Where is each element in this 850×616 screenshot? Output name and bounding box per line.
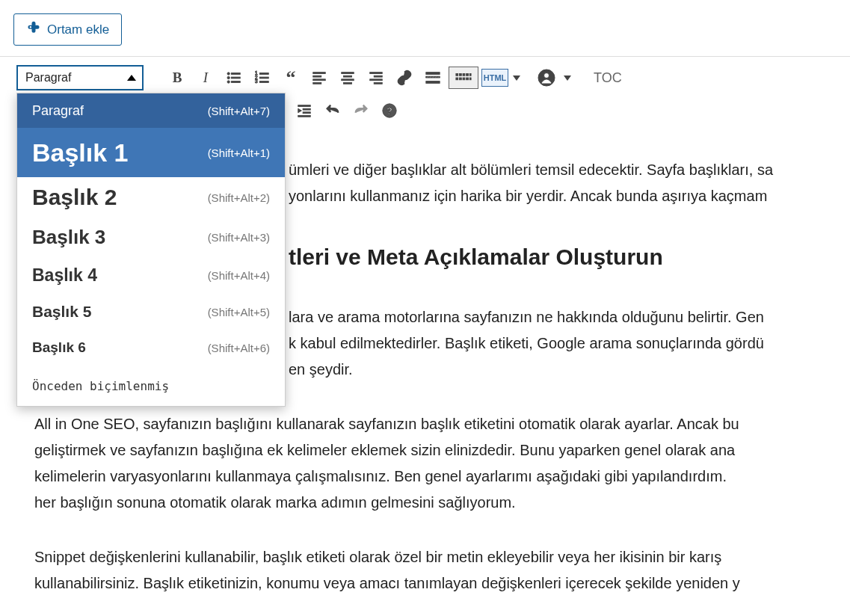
- format-menu-item-h4[interactable]: Başlık 4(Shift+Alt+4): [17, 256, 285, 294]
- capitalize-button[interactable]: [534, 65, 559, 90]
- format-menu-item-shortcut: (Shift+Alt+7): [208, 105, 270, 117]
- svg-text:?: ?: [386, 105, 392, 117]
- format-menu-item-shortcut: (Shift+Alt+2): [208, 191, 270, 204]
- format-menu-item-h5[interactable]: Başlık 5(Shift+Alt+5): [17, 294, 285, 330]
- align-center-button[interactable]: [335, 65, 360, 90]
- insert-more-tag-button[interactable]: [420, 65, 446, 90]
- format-menu-item-para[interactable]: Paragraf(Shift+Alt+7): [17, 93, 285, 128]
- toolbar-row-1: Paragraf B I 123 “: [0, 61, 850, 94]
- svg-rect-34: [460, 78, 462, 80]
- svg-rect-15: [313, 82, 321, 84]
- format-menu-item-label: Başlık 2: [32, 185, 117, 210]
- undo-button[interactable]: [320, 98, 345, 123]
- format-menu-item-h2[interactable]: Başlık 2(Shift+Alt+2): [17, 177, 285, 218]
- format-menu-item-shortcut: (Shift+Alt+5): [208, 306, 270, 318]
- svg-point-0: [227, 73, 230, 75]
- svg-rect-33: [456, 78, 458, 80]
- paragraph-format-menu: Paragraf(Shift+Alt+7)Başlık 1(Shift+Alt+…: [16, 93, 286, 407]
- svg-point-39: [544, 73, 549, 78]
- format-menu-item-shortcut: (Shift+Alt+1): [208, 147, 270, 159]
- add-media-button[interactable]: Ortam ekle: [13, 13, 122, 46]
- format-menu-item-label: Başlık 6: [32, 339, 86, 356]
- svg-rect-22: [370, 79, 383, 81]
- paragraph-text: k kabul edilmektedirler. Başlık etiketi,…: [289, 335, 764, 351]
- insert-html-button[interactable]: HTML: [481, 69, 508, 87]
- toc-label: TOC: [594, 70, 622, 85]
- indent-button[interactable]: [292, 98, 317, 123]
- svg-rect-43: [298, 115, 311, 117]
- format-select-label: Paragraf: [25, 71, 71, 84]
- paragraph-text: kelimelerin varyasyonlarını kullanmaya ç…: [34, 468, 727, 484]
- svg-point-1: [227, 76, 230, 78]
- svg-rect-19: [344, 82, 352, 84]
- html-dropdown-caret-icon[interactable]: [513, 76, 520, 81]
- heading-text: tleri ve Meta Açıklamalar Oluşturun: [289, 244, 663, 269]
- svg-rect-21: [374, 76, 382, 77]
- redo-button[interactable]: [348, 98, 374, 123]
- svg-rect-37: [469, 78, 471, 80]
- blockquote-button[interactable]: “: [278, 65, 304, 90]
- svg-rect-31: [466, 74, 469, 76]
- capitalize-dropdown-caret-icon[interactable]: [564, 76, 571, 81]
- numbered-list-button[interactable]: 123: [250, 65, 275, 90]
- svg-rect-16: [342, 73, 354, 74]
- svg-rect-18: [342, 79, 354, 81]
- svg-rect-11: [259, 81, 268, 83]
- caret-up-icon: [127, 75, 136, 81]
- format-menu-item-label: Paragraf: [32, 103, 84, 119]
- paragraph-text: geliştirmek ve sayfanızın başlığına ek k…: [34, 442, 735, 458]
- paragraph-text: kullanabilirsiniz. Başlık etiketinizin, …: [34, 575, 740, 591]
- svg-rect-20: [370, 73, 383, 74]
- format-menu-item-label: Başlık 5: [32, 303, 91, 321]
- svg-point-2: [227, 81, 230, 83]
- svg-rect-9: [259, 73, 268, 75]
- bold-button[interactable]: B: [164, 65, 190, 90]
- svg-rect-36: [466, 78, 469, 80]
- svg-text:3: 3: [255, 78, 258, 84]
- svg-rect-40: [298, 105, 311, 107]
- editor-toolbar: Paragraf B I 123 “: [0, 56, 850, 127]
- svg-rect-24: [426, 73, 440, 75]
- format-menu-item-h1[interactable]: Başlık 1(Shift+Alt+1): [17, 128, 285, 177]
- format-menu-item-h3[interactable]: Başlık 3(Shift+Alt+3): [17, 218, 285, 256]
- svg-rect-3: [231, 73, 240, 75]
- format-menu-item-label: Önceden biçimlenmiş: [32, 379, 169, 393]
- svg-rect-10: [259, 77, 268, 78]
- format-menu-item-pre[interactable]: Önceden biçimlenmiş: [17, 366, 285, 406]
- svg-rect-17: [344, 76, 352, 77]
- insert-link-button[interactable]: [392, 65, 417, 90]
- svg-rect-14: [313, 79, 326, 81]
- svg-rect-23: [374, 82, 382, 84]
- svg-rect-35: [463, 78, 465, 80]
- format-menu-item-h6[interactable]: Başlık 6(Shift+Alt+6): [17, 330, 285, 366]
- format-menu-item-shortcut: (Shift+Alt+3): [208, 231, 270, 244]
- paragraph-text: her başlığın sonuna otomatik olarak mark…: [34, 494, 516, 511]
- svg-rect-32: [469, 74, 471, 76]
- svg-rect-13: [313, 76, 321, 77]
- svg-rect-12: [313, 73, 326, 74]
- help-button[interactable]: ?: [377, 98, 402, 123]
- paragraph-format-select[interactable]: Paragraf: [16, 65, 144, 90]
- svg-rect-28: [456, 74, 458, 76]
- svg-rect-42: [303, 112, 310, 114]
- format-menu-item-label: Başlık 1: [32, 138, 129, 167]
- toc-button[interactable]: TOC: [588, 70, 628, 86]
- svg-rect-4: [231, 77, 240, 78]
- html-button-label: HTML: [484, 70, 507, 86]
- italic-button[interactable]: I: [193, 65, 218, 90]
- format-menu-item-shortcut: (Shift+Alt+6): [208, 342, 270, 354]
- paragraph-text: ümleri ve diğer başlıklar alt bölümleri …: [289, 161, 773, 178]
- paragraph-text: All in One SEO, sayfanızın başlığını kul…: [34, 416, 739, 432]
- media-icon: [26, 20, 41, 39]
- format-menu-item-shortcut: (Shift+Alt+4): [208, 269, 270, 282]
- svg-rect-29: [460, 74, 462, 76]
- align-left-button[interactable]: [307, 65, 332, 90]
- svg-rect-5: [231, 81, 240, 83]
- bulleted-list-button[interactable]: [221, 65, 247, 90]
- paragraph-text: Snippet değişkenlerini kullanabilir, baş…: [34, 549, 721, 565]
- add-media-label: Ortam ekle: [47, 22, 109, 37]
- toggle-toolbar-button[interactable]: [449, 67, 478, 89]
- paragraph-text: en şeydir.: [289, 361, 353, 378]
- svg-rect-30: [463, 74, 465, 76]
- align-right-button[interactable]: [363, 65, 389, 90]
